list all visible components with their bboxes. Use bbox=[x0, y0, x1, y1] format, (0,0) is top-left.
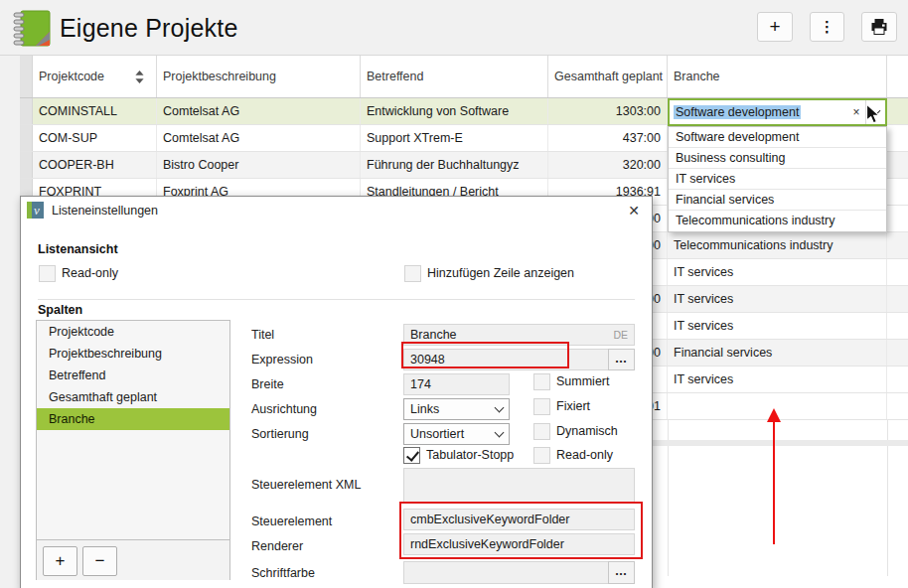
cell-projektcode: COOPER-BH bbox=[33, 152, 157, 178]
dropdown-option[interactable]: Software development bbox=[669, 127, 886, 148]
row-selector bbox=[20, 125, 33, 151]
app-window: Eigene Projekte + ⋮ Projektcode bbox=[0, 0, 908, 588]
print-button[interactable] bbox=[861, 12, 897, 42]
cell-branche: IT services bbox=[668, 286, 887, 312]
readonly2-checkbox[interactable] bbox=[533, 447, 550, 464]
expression-ellipsis-button[interactable]: … bbox=[608, 349, 635, 370]
dropdown-option[interactable]: Financial services bbox=[669, 190, 886, 211]
listbox-button-strip: + − bbox=[37, 539, 229, 580]
dialog-title: Listeneinstellungen bbox=[52, 204, 158, 218]
clear-icon[interactable]: × bbox=[847, 105, 865, 119]
cell-projektcode: COM-SUP bbox=[33, 125, 157, 151]
tabstopp-checkbox-row: Tabulator-Stopp bbox=[403, 447, 514, 464]
menu-button[interactable]: ⋮ bbox=[810, 12, 844, 42]
dropdown-option[interactable]: Business consulting bbox=[669, 148, 886, 169]
steuerelement-xml-field[interactable] bbox=[403, 468, 635, 504]
dynamisch-checkbox[interactable] bbox=[533, 423, 550, 440]
schriftfarbe-field[interactable] bbox=[403, 561, 635, 584]
readonly2-label: Read-only bbox=[556, 447, 613, 464]
cell-gesamthaft: 1303:00 bbox=[548, 98, 668, 124]
readonly-label: Read-only bbox=[62, 265, 118, 282]
section-spalten: Spalten bbox=[38, 303, 82, 317]
svg-text:v: v bbox=[34, 203, 40, 218]
dropdown-option[interactable]: IT services bbox=[669, 169, 886, 190]
cell-spacer bbox=[887, 98, 908, 124]
cell-spacer bbox=[887, 152, 908, 178]
cell-spacer bbox=[887, 367, 908, 392]
mouse-cursor-icon bbox=[865, 103, 881, 126]
cell-projektbeschreibung: Comtelsat AG bbox=[157, 125, 361, 151]
column-header-betreffend[interactable]: Betreffend bbox=[361, 56, 548, 97]
readonly-checkbox-row: Read-only bbox=[39, 265, 118, 282]
column-list-item[interactable]: Projektbeschreibung bbox=[37, 343, 229, 365]
column-header-branche[interactable]: Branche bbox=[668, 56, 887, 97]
readonly2-checkbox-row: Read-only bbox=[533, 447, 613, 464]
addrow-checkbox-row: Hinzufügen Zeile anzeigen bbox=[404, 265, 574, 282]
expression-label: Expression bbox=[251, 353, 313, 367]
cell-betreffend: Führung der Buchhaltungyz bbox=[361, 152, 548, 178]
annotation-box-steuerelement bbox=[399, 502, 643, 559]
cell-projektbeschreibung: Comtelsat AG bbox=[157, 98, 361, 124]
add-button[interactable]: + bbox=[757, 12, 793, 42]
ausrichtung-select[interactable]: Links bbox=[403, 398, 510, 420]
column-header-projektcode[interactable]: Projektcode bbox=[33, 56, 157, 97]
cell-branche: IT services bbox=[668, 313, 887, 339]
fixiert-checkbox[interactable] bbox=[533, 398, 550, 415]
column-list-item[interactable]: Betreffend bbox=[37, 365, 229, 386]
cell-spacer bbox=[887, 206, 908, 231]
branche-combo-editor[interactable]: Software development × bbox=[668, 98, 887, 126]
cell-spacer bbox=[887, 125, 908, 151]
annotation-box-expression bbox=[401, 342, 569, 368]
app-header: Eigene Projekte + ⋮ bbox=[0, 0, 908, 56]
summiert-checkbox-row: Summiert bbox=[533, 373, 609, 390]
dynamisch-checkbox-row: Dynamisch bbox=[533, 423, 618, 440]
column-list-item[interactable]: Projektcode bbox=[37, 321, 229, 343]
cell-betreffend: Support XTrem-E bbox=[361, 125, 548, 151]
summiert-checkbox[interactable] bbox=[533, 373, 550, 390]
cell-projektcode: COMINSTALL bbox=[33, 98, 157, 124]
fixiert-checkbox-row: Fixiert bbox=[533, 398, 590, 415]
branche-dropdown-list: Software developmentBusiness consultingI… bbox=[668, 126, 887, 232]
column-list-item[interactable]: Gesamthaft geplant bbox=[37, 386, 229, 408]
sortierung-select[interactable]: Unsortiert bbox=[403, 423, 510, 445]
column-header-projektbeschreibung[interactable]: Projektbeschreibung bbox=[157, 56, 361, 97]
schriftfarbe-label: Schriftfarbe bbox=[251, 566, 315, 580]
tabstopp-checkbox[interactable] bbox=[403, 447, 420, 464]
cell-spacer bbox=[887, 286, 908, 312]
cell-branche: IT services bbox=[668, 367, 887, 392]
cell-spacer bbox=[887, 340, 908, 366]
cell-branche: Telecommunications industry bbox=[668, 232, 887, 258]
cell-betreffend: Entwicklung von Software bbox=[361, 98, 548, 124]
row-selector bbox=[20, 152, 33, 178]
cell-branche: Financial services bbox=[668, 340, 887, 366]
addrow-label: Hinzufügen Zeile anzeigen bbox=[427, 265, 574, 282]
cell-spacer bbox=[887, 232, 908, 258]
remove-column-button[interactable]: − bbox=[82, 546, 117, 576]
divider bbox=[38, 299, 635, 300]
column-list-item[interactable]: Branche bbox=[37, 408, 229, 430]
dropdown-option[interactable]: Telecommunications industry bbox=[669, 211, 886, 231]
schriftfarbe-ellipsis-button[interactable]: … bbox=[608, 561, 635, 584]
addrow-checkbox[interactable] bbox=[404, 265, 421, 282]
column-header-spacer bbox=[887, 56, 908, 97]
renderer-label: Renderer bbox=[251, 539, 303, 553]
add-column-button[interactable]: + bbox=[43, 546, 77, 576]
breite-label: Breite bbox=[251, 377, 284, 391]
column-header-gesamthaft[interactable]: Gesamthaft geplant bbox=[548, 56, 668, 97]
readonly-checkbox[interactable] bbox=[39, 265, 56, 282]
cell-gesamthaft: 437:00 bbox=[548, 125, 668, 151]
chevron-down-icon bbox=[495, 402, 505, 412]
titel-label: Titel bbox=[251, 328, 274, 342]
language-badge: DE bbox=[613, 325, 628, 345]
fixiert-label: Fixiert bbox=[556, 398, 590, 415]
vertec-logo-icon: v bbox=[27, 202, 44, 219]
columns-listbox: ProjektcodeProjektbeschreibungBetreffend… bbox=[36, 320, 230, 580]
cell-spacer bbox=[887, 393, 908, 419]
sort-icon[interactable] bbox=[135, 71, 144, 83]
summiert-label: Summiert bbox=[556, 373, 609, 390]
cell-branche: IT services bbox=[668, 259, 887, 285]
breite-field[interactable]: 174 bbox=[403, 373, 510, 395]
cell-spacer bbox=[887, 179, 908, 205]
sortierung-label: Sortierung bbox=[251, 427, 309, 441]
close-icon[interactable]: ✕ bbox=[622, 201, 646, 220]
